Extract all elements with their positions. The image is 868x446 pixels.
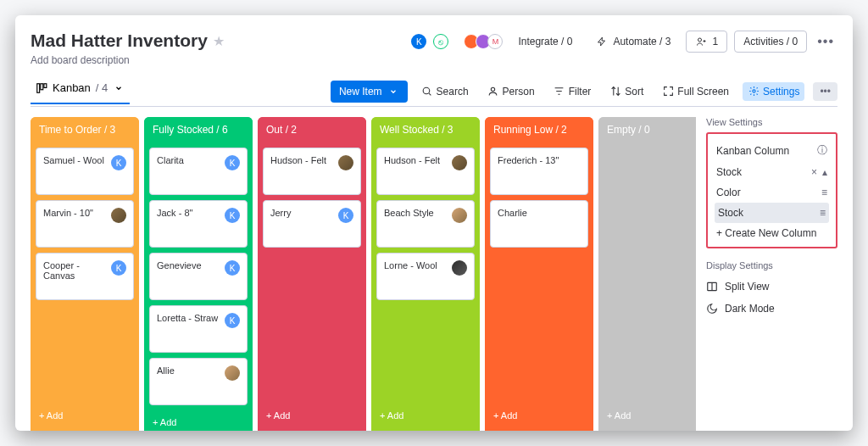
card-avatar <box>452 208 467 223</box>
lane-header[interactable]: Out / 2 <box>258 117 366 142</box>
column-option-stock[interactable]: Stock ≡ <box>715 203 829 223</box>
add-card-button[interactable]: + Add <box>485 404 593 431</box>
lane-header[interactable]: Time to Order / 3 <box>31 117 139 142</box>
add-card-button[interactable]: + Add <box>598 404 696 431</box>
kanban-card[interactable]: Lorne - Wool <box>376 253 475 300</box>
card-title: Genevieve <box>157 260 202 270</box>
board-description[interactable]: Add board description <box>31 54 225 66</box>
card-title: Lorne - Wool <box>384 260 437 270</box>
owner-avatar[interactable]: K <box>411 34 426 49</box>
svg-point-4 <box>423 87 430 94</box>
kanban-column-label-row: Kanban Column ⓘ <box>715 139 829 162</box>
kanban-card[interactable]: Hudson - Felt <box>263 148 361 195</box>
lane-body <box>598 142 696 404</box>
lane-fully: Fully Stocked / 6ClaritaKJack - 8"KGenev… <box>144 117 253 431</box>
card-avatar <box>452 155 467 170</box>
filter-button[interactable]: Filter <box>548 82 597 101</box>
dark-mode-toggle[interactable]: Dark Mode <box>706 298 837 320</box>
chevron-down-icon <box>113 82 125 94</box>
person-filter-button[interactable]: Person <box>482 82 540 101</box>
kanban-column-label: Kanban Column <box>716 145 789 157</box>
lane-well: Well Stocked / 3Hudson - FeltBeach Style… <box>371 117 480 431</box>
add-card-button[interactable]: + Add <box>31 404 139 431</box>
fullscreen-button[interactable]: Full Screen <box>657 82 734 101</box>
kanban-board: Time to Order / 3Samuel - WoolKMarvin - … <box>31 117 696 431</box>
svg-rect-3 <box>44 83 47 87</box>
collaborator-avatars[interactable]: M <box>467 34 503 49</box>
search-icon <box>421 86 433 98</box>
lane-low: Running Low / 2Frederich - 13"Charlie+ A… <box>485 117 593 431</box>
create-new-column[interactable]: + Create New Column <box>715 223 829 243</box>
lane-header[interactable]: Empty / 0 <box>598 117 696 142</box>
add-card-button[interactable]: + Add <box>144 410 253 431</box>
card-title: Frederich - 13" <box>498 155 559 165</box>
lane-header[interactable]: Well Stocked / 3 <box>371 117 480 142</box>
lane-body: Samuel - WoolKMarvin - 10"Cooper - Canva… <box>31 142 139 404</box>
display-settings-heading: Display Settings <box>706 260 837 270</box>
card-avatar: K <box>225 313 240 328</box>
card-avatar: K <box>111 260 126 276</box>
new-item-button[interactable]: New Item <box>331 81 408 103</box>
lane-body: Hudson - FeltBeach StyleLorne - Wool <box>371 142 480 404</box>
view-tab-kanban[interactable]: Kanban / 4 <box>31 78 130 104</box>
kanban-card[interactable]: Charlie <box>490 200 588 248</box>
split-view-icon <box>706 281 718 293</box>
info-icon[interactable]: ⓘ <box>817 143 827 158</box>
lane-time: Time to Order / 3Samuel - WoolKMarvin - … <box>31 117 139 431</box>
lane-body: Frederich - 13"Charlie <box>485 142 593 404</box>
kanban-card[interactable]: ClaritaK <box>149 148 248 195</box>
view-count: / 4 <box>96 81 108 94</box>
drag-handle-icon: ≡ <box>820 207 826 219</box>
kanban-card[interactable]: Hudson - Felt <box>376 148 475 195</box>
svg-point-6 <box>752 90 754 92</box>
split-view-toggle[interactable]: Split View <box>706 276 837 298</box>
card-avatar <box>338 155 353 170</box>
card-title: Samuel - Wool <box>43 155 104 165</box>
filter-icon <box>554 86 565 98</box>
view-name: Kanban <box>53 81 91 94</box>
chevron-up-icon[interactable]: ▴ <box>822 166 827 178</box>
kanban-card[interactable]: Loretta - StrawK <box>149 305 248 353</box>
svg-rect-1 <box>37 83 40 92</box>
lane-header[interactable]: Running Low / 2 <box>485 117 593 142</box>
favorite-star-icon[interactable]: ★ <box>213 33 225 49</box>
kanban-card[interactable]: Jack - 8"K <box>149 200 248 248</box>
kanban-card[interactable]: Cooper - CanvasK <box>36 253 134 300</box>
clear-icon[interactable]: × <box>811 166 817 178</box>
chevron-down-icon <box>387 86 399 98</box>
header-more-icon[interactable]: ••• <box>814 34 837 49</box>
kanban-column-selected[interactable]: Stock × ▴ <box>715 162 829 182</box>
card-title: Cooper - Canvas <box>43 260 111 281</box>
activities-button[interactable]: Activities / 0 <box>734 31 807 53</box>
card-avatar: K <box>225 208 240 223</box>
sort-button[interactable]: Sort <box>604 82 648 101</box>
members-button[interactable]: 1 <box>686 31 727 53</box>
kanban-card[interactable]: JerryK <box>263 200 361 248</box>
toolbar-more-icon[interactable]: ••• <box>813 82 837 101</box>
members-icon <box>695 36 707 47</box>
card-title: Jerry <box>270 208 291 218</box>
settings-button[interactable]: Settings <box>743 82 804 101</box>
card-title: Hudson - Felt <box>384 155 440 165</box>
lane-header[interactable]: Fully Stocked / 6 <box>144 117 253 142</box>
kanban-card[interactable]: Frederich - 13" <box>490 148 588 195</box>
card-title: Jack - 8" <box>157 208 192 218</box>
kanban-card[interactable]: Beach Style <box>376 200 475 248</box>
moon-icon <box>706 303 718 315</box>
kanban-card[interactable]: Allie <box>149 358 248 405</box>
add-card-button[interactable]: + Add <box>371 404 480 431</box>
card-title: Charlie <box>498 208 527 218</box>
card-avatar <box>111 208 126 223</box>
automate-button[interactable]: Automate / 3 <box>587 31 679 52</box>
kanban-card[interactable]: GenevieveK <box>149 253 248 300</box>
kanban-card[interactable]: Marvin - 10" <box>36 200 134 248</box>
add-card-button[interactable]: + Add <box>258 404 366 431</box>
kanban-card[interactable]: Samuel - WoolK <box>36 148 134 195</box>
drag-handle-icon: ≡ <box>821 187 827 198</box>
column-option-color[interactable]: Color ≡ <box>715 182 829 203</box>
search-button[interactable]: Search <box>416 82 474 101</box>
lane-out: Out / 2Hudson - FeltJerryK+ Add <box>258 117 366 431</box>
lane-body: Hudson - FeltJerryK <box>258 142 366 404</box>
integrate-button[interactable]: Integrate / 0 <box>509 31 581 52</box>
card-avatar: K <box>225 260 240 276</box>
